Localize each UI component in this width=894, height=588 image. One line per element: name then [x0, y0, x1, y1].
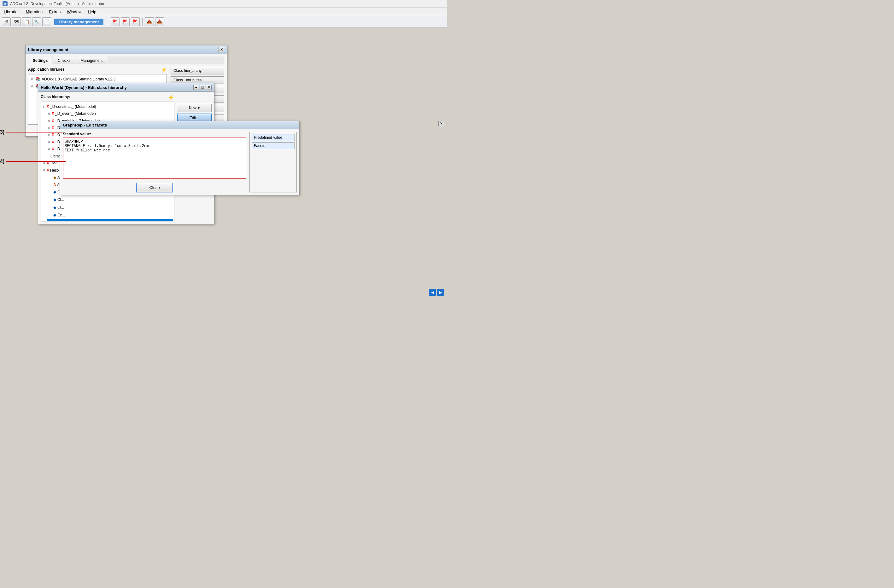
menu-window[interactable]: Window [64, 9, 84, 15]
class-hier-maximize-btn[interactable]: □ [199, 85, 205, 90]
menu-bar: Libraries Migration Extras Window Help [0, 8, 447, 16]
class-hier-titlebar: Hello World (Dynamic) - Edit class hiera… [38, 83, 214, 92]
annotation-3-line [6, 132, 62, 133]
nav-arrows: ◀ ▶ [429, 289, 444, 296]
hier-label-dconstruct: _D-construct_ (Metamodel) [50, 103, 96, 110]
menu-help[interactable]: Help [85, 9, 99, 15]
x-mark-dconstruct: ✗ [46, 104, 49, 110]
expand-hello[interactable]: ⊕ [43, 168, 45, 173]
annotation-4-line [6, 161, 66, 162]
graphrep-outer-close: ✕ [438, 121, 444, 126]
toolbar-btn-10[interactable]: 📥 [155, 17, 164, 26]
title-text: ADOxx 1.8: Development Toolkit (Admin) -… [10, 2, 104, 6]
x-mark-hello: ✗ [46, 167, 49, 173]
lib-mgmt-tab-bar: Settings Checks Management [28, 56, 224, 64]
annotation-3-label: 3) [0, 129, 5, 135]
toolbar-btn-1[interactable]: 🖹 [2, 17, 11, 26]
tab-settings[interactable]: Settings [28, 57, 52, 64]
lib-mgmt-title: Library management [28, 47, 68, 52]
x-mark-dvariable: ✗ [51, 118, 54, 124]
class-hierarchy-btn[interactable]: Class hier_archy... [171, 67, 224, 74]
toolbar-btn-6[interactable]: 🚩 [111, 17, 119, 26]
expand-cl2 [48, 197, 52, 203]
close-btn-row: Close [63, 183, 246, 192]
class-hier-lightning: ⚡ [168, 94, 174, 100]
toolbar-separator [108, 18, 108, 26]
toolbar-btn-2[interactable]: 🗺 [12, 17, 21, 26]
class-hier-section-label: Class hierarchy: [41, 95, 70, 99]
nav-forward-btn[interactable]: ▶ [437, 289, 444, 296]
expand-dvariable[interactable]: ⊕ [48, 118, 50, 123]
expand-helloworld[interactable]: ⊖ [30, 84, 34, 89]
graphrep-titlebar: GraphRep - Edit facets [60, 121, 299, 129]
predefined-panel: Predefined value Facets [249, 132, 297, 192]
toolbar-btn-7[interactable]: 🚩 [121, 17, 130, 26]
lib-mgmt-close-btn[interactable]: ✕ [219, 47, 224, 52]
expand-adoxx[interactable]: ⊕ [30, 77, 34, 82]
class-hier-titlebar-buttons: – □ ✕ [193, 85, 211, 90]
std-value-header: Standard value: [63, 132, 246, 136]
x-mark-dcontainer: ✗ [51, 139, 54, 145]
new-btn[interactable]: New ▾ [177, 104, 211, 112]
expand-devent[interactable]: ⊕ [48, 111, 50, 116]
ar-icon: ◆ [53, 174, 56, 181]
menu-migration[interactable]: Migration [23, 9, 45, 15]
edit-btn-label: Edit... [190, 116, 199, 120]
toolbar-btn-5[interactable]: 📄 [42, 17, 51, 26]
hier-label-cl2: Cl... [57, 197, 64, 203]
graphrep-close-x-btn[interactable]: ✕ [438, 121, 444, 126]
std-value-textarea[interactable]: GRAPHREP RECTANGLE x:-1.5cm y:-1cm w:3cm… [63, 138, 246, 178]
expand-dcontainer[interactable]: ⊕ [48, 139, 50, 145]
hier-item-cl3[interactable]: ◆ Cl... [47, 204, 173, 212]
title-bar: A ADOxx 1.8: Development Toolkit (Admin)… [0, 0, 447, 8]
tab-checks[interactable]: Checks [53, 57, 75, 64]
at-icon: A [53, 182, 56, 188]
hier-item-cl2[interactable]: ◆ Cl... [47, 196, 173, 204]
expand-gr [48, 219, 52, 221]
tab-management[interactable]: Management [76, 57, 107, 64]
hier-label-gr: Gr... [57, 219, 65, 221]
std-value-label: Standard value: [63, 132, 91, 136]
new-btn-label: New [189, 106, 196, 110]
graphrep-dialog: GraphRep - Edit facets Standard value: G… [60, 121, 300, 195]
lib-tree-item-adoxx[interactable]: ⊕ 📚 ADOxx 1.8 - OMiLAB Starting Library … [30, 76, 165, 83]
toolbar-btn-8[interactable]: 🚩 [131, 17, 140, 26]
expand-dconstruct[interactable]: ⊖ [43, 104, 45, 109]
hier-label-cl3: Cl... [57, 204, 64, 210]
book-icon-adoxx: 📚 [35, 76, 40, 83]
annotation-3: 3) [0, 129, 62, 135]
x-mark-dagent: ✗ [51, 146, 54, 152]
toolbar-label: Library management [54, 19, 103, 25]
annotation-4-label: 4) [0, 159, 5, 164]
class-hier-close-btn[interactable]: ✕ [206, 85, 211, 90]
hier-item-dconstruct[interactable]: ⊖ ✗ _D-construct_ (Metamodel) [42, 103, 173, 110]
menu-libraries[interactable]: Libraries [1, 9, 22, 15]
toolbar-btn-4[interactable]: 🔧 [32, 17, 41, 26]
app-libs-label: Application libraries: [28, 67, 66, 72]
facets-item[interactable]: Facets [252, 142, 294, 149]
menu-extras[interactable]: Extras [46, 9, 63, 15]
graphrep-layout: Standard value: GRAPHREP RECTANGLE x:-1.… [63, 132, 297, 192]
predefined-value-item[interactable]: Predefined value [252, 134, 294, 141]
hier-label-ex: Ex... [57, 212, 65, 218]
toolbar-btn-3[interactable]: 📋 [22, 17, 31, 26]
hier-item-gr[interactable]: ◆ Gr... [47, 219, 173, 221]
x-mark-devent: ✗ [51, 111, 54, 117]
graphrep-title: GraphRep - Edit facets [63, 123, 107, 127]
lightning-icon: ⚡ [160, 67, 167, 73]
lib-mgmt-titlebar: Library management ✕ [26, 45, 227, 54]
graphrep-left: Standard value: GRAPHREP RECTANGLE x:-1.… [63, 132, 246, 192]
expand-dagent[interactable]: ⊕ [48, 147, 50, 152]
hier-item-ex[interactable]: ◆ Ex... [47, 212, 173, 219]
gr-icon: ◆ [53, 219, 56, 221]
app-libs-header-row: Application libraries: ⚡ [28, 67, 167, 73]
nav-back-btn[interactable]: ◀ [429, 289, 436, 296]
close-graphrep-btn[interactable]: Close [136, 183, 173, 192]
class-hier-title-row: Class hierarchy: ⚡ [41, 94, 174, 100]
hier-item-devent[interactable]: ⊕ ✗ _D_event_ (Metamodel) [47, 110, 173, 117]
lib-mgmt-titlebar-buttons: ✕ [219, 47, 224, 52]
toolbar-btn-9[interactable]: 📤 [145, 17, 154, 26]
new-btn-arrow: ▾ [198, 106, 199, 110]
class-hier-minimize-btn[interactable]: – [193, 85, 199, 90]
expand-ar [48, 174, 52, 181]
